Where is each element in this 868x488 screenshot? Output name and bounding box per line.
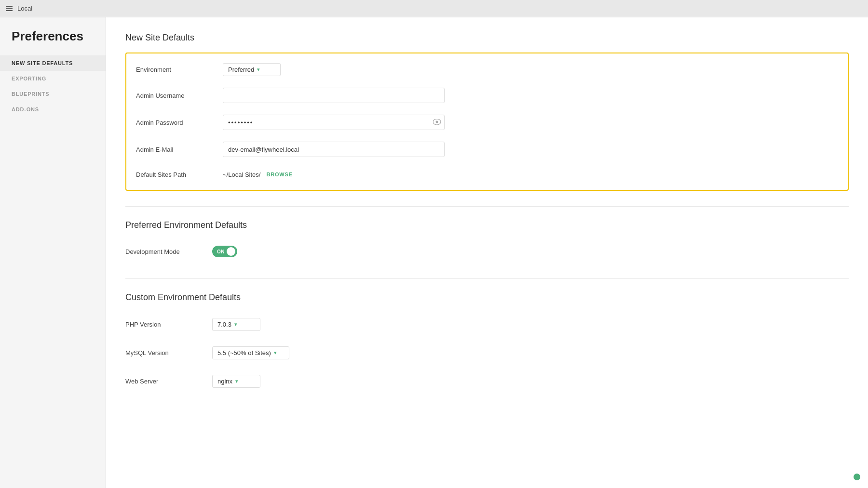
sidebar-item-exporting[interactable]: EXPORTING xyxy=(0,71,106,86)
admin-username-control xyxy=(223,88,445,103)
environment-row: Environment Preferred ▾ xyxy=(126,57,848,82)
toggle-on-label: ON xyxy=(217,249,225,254)
mysql-version-row: MySQL Version 5.5 (~50% of Sites) ▾ xyxy=(125,341,849,365)
status-indicator xyxy=(854,474,860,480)
web-server-dropdown[interactable]: nginx ▾ xyxy=(212,375,260,388)
browse-button[interactable]: BROWSE xyxy=(266,171,292,177)
mysql-version-arrow: ▾ xyxy=(274,350,277,356)
content-area: New Site Defaults Environment Preferred … xyxy=(106,17,868,488)
topbar: Local xyxy=(0,0,868,17)
admin-password-control xyxy=(223,115,445,130)
sidebar: Preferences NEW SITE DEFAULTS EXPORTING … xyxy=(0,17,106,488)
sidebar-title: Preferences xyxy=(0,29,106,55)
php-version-label: PHP Version xyxy=(125,321,212,328)
development-mode-toggle[interactable]: ON xyxy=(212,246,237,257)
environment-label: Environment xyxy=(136,66,223,73)
web-server-row: Web Server nginx ▾ xyxy=(125,369,849,394)
web-server-arrow: ▾ xyxy=(235,378,238,384)
default-sites-path-value: ~/Local Sites/ xyxy=(223,171,260,178)
web-server-label: Web Server xyxy=(125,378,212,385)
toggle-knob xyxy=(227,247,235,256)
mysql-version-dropdown[interactable]: 5.5 (~50% of Sites) ▾ xyxy=(212,346,289,359)
default-sites-path-label: Default Sites Path xyxy=(136,171,223,178)
mysql-version-label: MySQL Version xyxy=(125,349,212,356)
custom-env-section: Custom Environment Defaults PHP Version … xyxy=(125,292,849,394)
environment-dropdown[interactable]: Preferred ▾ xyxy=(223,63,281,76)
php-version-dropdown[interactable]: 7.0.3 ▾ xyxy=(212,318,260,331)
development-mode-row: Development Mode ON xyxy=(125,240,849,263)
password-wrapper xyxy=(223,115,445,130)
environment-dropdown-arrow: ▾ xyxy=(257,66,260,73)
php-version-row: PHP Version 7.0.3 ▾ xyxy=(125,312,849,337)
new-site-defaults-title: New Site Defaults xyxy=(125,33,849,43)
sidebar-nav: NEW SITE DEFAULTS EXPORTING BLUEPRINTS A… xyxy=(0,55,106,117)
development-mode-toggle-wrap: ON xyxy=(212,246,237,257)
environment-control: Preferred ▾ xyxy=(223,63,445,76)
main-layout: Preferences NEW SITE DEFAULTS EXPORTING … xyxy=(0,17,868,488)
admin-password-input[interactable] xyxy=(223,115,445,130)
sidebar-item-add-ons[interactable]: ADD-ONS xyxy=(0,102,106,117)
admin-username-row: Admin Username xyxy=(126,82,848,109)
new-site-defaults-card: Environment Preferred ▾ Admin Username xyxy=(125,53,849,191)
section-divider-1 xyxy=(125,206,849,207)
development-mode-label: Development Mode xyxy=(125,248,212,255)
app-name: Local xyxy=(17,5,32,12)
admin-username-label: Admin Username xyxy=(136,92,223,99)
custom-env-title: Custom Environment Defaults xyxy=(125,292,849,303)
preferred-env-title: Preferred Environment Defaults xyxy=(125,220,849,230)
menu-icon[interactable] xyxy=(6,6,13,11)
php-version-arrow: ▾ xyxy=(234,321,237,328)
section-divider-2 xyxy=(125,278,849,279)
admin-email-input[interactable] xyxy=(223,142,445,157)
default-sites-path-row: Default Sites Path ~/Local Sites/ BROWSE xyxy=(126,163,848,186)
admin-email-row: Admin E-Mail xyxy=(126,136,848,163)
new-site-defaults-section: New Site Defaults Environment Preferred … xyxy=(125,33,849,191)
admin-email-control xyxy=(223,142,445,157)
sidebar-item-blueprints[interactable]: BLUEPRINTS xyxy=(0,86,106,102)
preferred-env-section: Preferred Environment Defaults Developme… xyxy=(125,220,849,263)
svg-point-1 xyxy=(436,121,438,123)
admin-password-row: Admin Password xyxy=(126,109,848,136)
admin-password-label: Admin Password xyxy=(136,119,223,126)
password-toggle-button[interactable] xyxy=(433,119,441,126)
admin-username-input[interactable] xyxy=(223,88,445,103)
default-sites-path-control: ~/Local Sites/ BROWSE xyxy=(223,171,445,178)
admin-email-label: Admin E-Mail xyxy=(136,146,223,153)
sidebar-item-new-site-defaults[interactable]: NEW SITE DEFAULTS xyxy=(0,55,106,71)
